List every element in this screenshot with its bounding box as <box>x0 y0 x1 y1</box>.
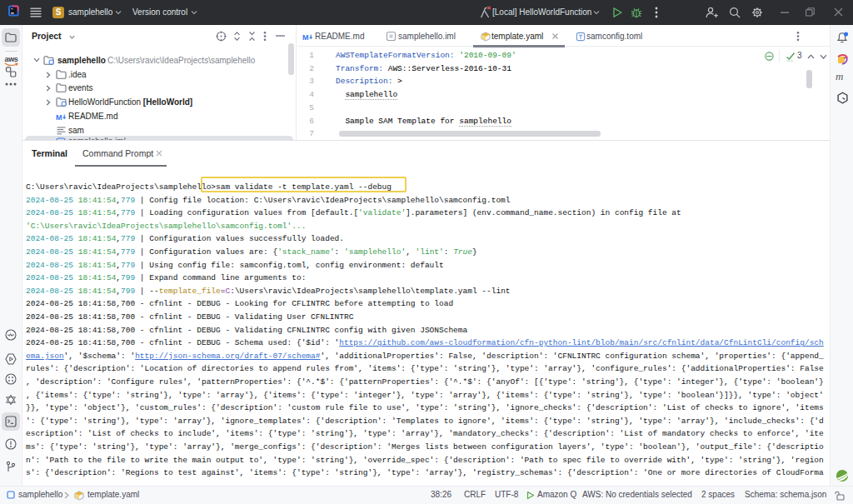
svg-text:M: M <box>56 112 62 121</box>
svg-text:M: M <box>302 33 309 42</box>
